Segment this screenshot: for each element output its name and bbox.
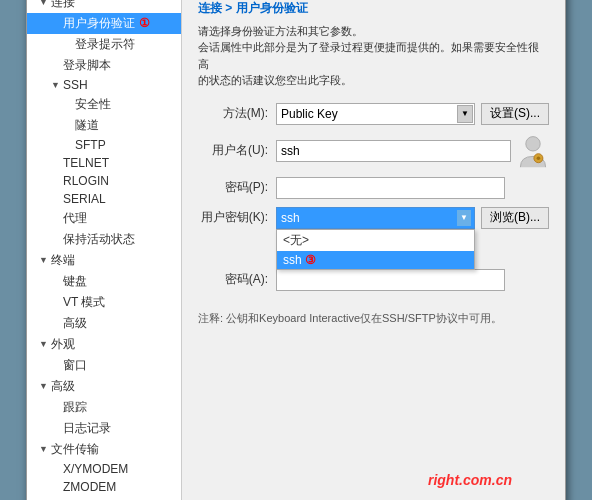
- expander-lian-jie: ▼: [39, 0, 49, 7]
- sidebar-item-yong-hu[interactable]: 用户身份验证 ①: [27, 13, 181, 34]
- username-label: 用户名(U):: [198, 142, 268, 159]
- passphrase-input[interactable]: [276, 269, 505, 291]
- password-input[interactable]: [276, 177, 505, 199]
- sidebar-item-tracking[interactable]: 跟踪: [27, 397, 181, 418]
- userkey-dropdown-list: <无> ssh ③: [276, 229, 475, 270]
- avatar-icon: [517, 133, 549, 169]
- sidebar-item-deng-lu-tishi[interactable]: 登录提示符: [27, 34, 181, 55]
- sidebar-item-filetransfer[interactable]: ▼ 文件传输: [27, 439, 181, 460]
- sidebar-item-sftp[interactable]: SFTP: [27, 136, 181, 154]
- sidebar-item-log[interactable]: 日志记录: [27, 418, 181, 439]
- sidebar-item-window[interactable]: 窗口: [27, 355, 181, 376]
- sidebar-item-keepalive[interactable]: 保持活动状态: [27, 229, 181, 250]
- settings-button[interactable]: 设置(S)...: [481, 103, 549, 125]
- dropdown-arrow-icon: ▼: [456, 209, 472, 227]
- dropdown-option-none[interactable]: <无>: [277, 230, 474, 251]
- sidebar-item-rlogin[interactable]: RLOGIN: [27, 172, 181, 190]
- dialog: ⚙ 新建会话属性 ? ✕ ▼ 连接 用户身份验证 ① 登录提示符: [26, 0, 566, 500]
- sidebar: ▼ 连接 用户身份验证 ① 登录提示符 登录脚本 ▼ SSH: [27, 0, 182, 500]
- method-row: 方法(M): Public Key Password Keyboard Inte…: [198, 103, 549, 125]
- passphrase-label: 密码(A):: [198, 271, 268, 288]
- dropdown-option-ssh[interactable]: ssh ③: [277, 251, 474, 269]
- username-row: 用户名(U):: [198, 133, 549, 169]
- passphrase-row: 密码(A):: [198, 269, 549, 291]
- sidebar-item-zmodem[interactable]: ZMODEM: [27, 478, 181, 496]
- method-select-wrapper: Public Key Password Keyboard Interactive…: [276, 103, 475, 125]
- sidebar-item-ssh[interactable]: ▼ SSH: [27, 76, 181, 94]
- dialog-body: ▼ 连接 用户身份验证 ① 登录提示符 登录脚本 ▼ SSH: [27, 0, 565, 500]
- sidebar-item-advanced1[interactable]: 高级: [27, 313, 181, 334]
- note-text: 注释: 公钥和Keyboard Interactive仅在SSH/SFTP协议中…: [198, 311, 549, 326]
- sidebar-item-appearance[interactable]: ▼ 外观: [27, 334, 181, 355]
- password-row: 密码(P):: [198, 177, 549, 199]
- username-input[interactable]: [276, 140, 511, 162]
- userkey-row: 用户密钥(K): ssh ▼ <无> ssh ③ 浏览(B)...: [198, 207, 549, 229]
- breadcrumb: 连接 > 用户身份验证: [198, 0, 549, 17]
- avatar-area: [517, 133, 549, 169]
- sidebar-item-telnet[interactable]: TELNET: [27, 154, 181, 172]
- userkey-dropdown[interactable]: ssh ▼ <无> ssh ③: [276, 207, 475, 229]
- sidebar-item-keyboard[interactable]: 键盘: [27, 271, 181, 292]
- sidebar-item-terminal[interactable]: ▼ 终端: [27, 250, 181, 271]
- svg-point-0: [526, 136, 540, 150]
- password-label: 密码(P):: [198, 179, 268, 196]
- browse-button[interactable]: 浏览(B)...: [481, 207, 549, 229]
- svg-point-2: [537, 156, 541, 160]
- sidebar-item-serial[interactable]: SERIAL: [27, 190, 181, 208]
- userkey-label: 用户密钥(K):: [198, 209, 268, 226]
- sidebar-item-deng-lu-jiao-ben[interactable]: 登录脚本: [27, 55, 181, 76]
- sidebar-item-vt-mode[interactable]: VT 模式: [27, 292, 181, 313]
- sidebar-item-xymodem[interactable]: X/YMODEM: [27, 460, 181, 478]
- sidebar-item-advanced2[interactable]: ▼ 高级: [27, 376, 181, 397]
- description: 请选择身份验证方法和其它参数。 会话属性中此部分是为了登录过程更便捷而提供的。如…: [198, 23, 549, 89]
- method-label: 方法(M):: [198, 105, 268, 122]
- userkey-selected[interactable]: ssh ▼: [276, 207, 475, 229]
- sidebar-item-sui-dao[interactable]: 隧道: [27, 115, 181, 136]
- method-select[interactable]: Public Key Password Keyboard Interactive: [276, 103, 475, 125]
- sidebar-item-lian-jie[interactable]: ▼ 连接: [27, 0, 181, 13]
- sidebar-item-proxy[interactable]: 代理: [27, 208, 181, 229]
- main-panel: 连接 > 用户身份验证 请选择身份验证方法和其它参数。 会话属性中此部分是为了登…: [182, 0, 565, 500]
- sidebar-item-an-quan[interactable]: 安全性: [27, 94, 181, 115]
